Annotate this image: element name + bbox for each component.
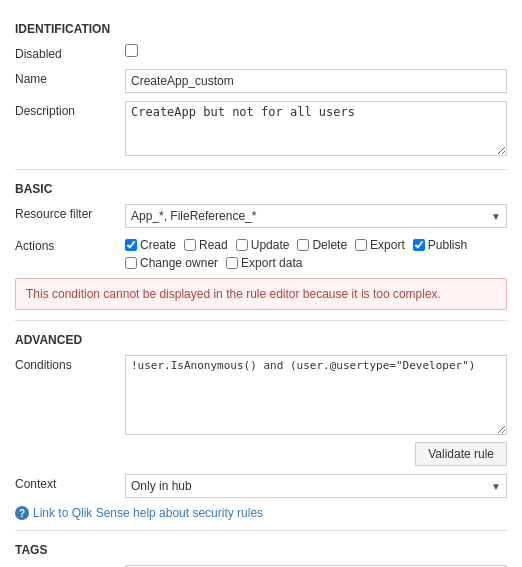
name-row: Name — [15, 69, 507, 93]
validate-rule-button[interactable]: Validate rule — [415, 442, 507, 466]
actions-checkboxes: Create Read Update Delete Export — [125, 236, 507, 270]
help-link-text: Link to Qlik Sense help about security r… — [33, 506, 263, 520]
context-control: Only in hub Both in hub and management c… — [125, 474, 507, 498]
export-data-label: Export data — [241, 256, 302, 270]
action-publish: Publish — [413, 238, 467, 252]
read-label: Read — [199, 238, 228, 252]
export-checkbox[interactable] — [355, 239, 367, 251]
resource-filter-select[interactable]: App_*, FileReference_* — [125, 204, 507, 228]
tags-title: TAGS — [15, 543, 507, 557]
name-label: Name — [15, 69, 125, 86]
delete-label: Delete — [312, 238, 347, 252]
action-update: Update — [236, 238, 290, 252]
create-label: Create — [140, 238, 176, 252]
basic-title: BASIC — [15, 182, 507, 196]
disabled-control — [125, 44, 507, 60]
help-link[interactable]: ? Link to Qlik Sense help about security… — [15, 506, 507, 520]
update-label: Update — [251, 238, 290, 252]
divider-2 — [15, 320, 507, 321]
export-label: Export — [370, 238, 405, 252]
description-label: Description — [15, 101, 125, 118]
resource-filter-control: App_*, FileReference_* — [125, 204, 507, 228]
action-create: Create — [125, 238, 176, 252]
delete-checkbox[interactable] — [297, 239, 309, 251]
read-checkbox[interactable] — [184, 239, 196, 251]
advanced-section: ADVANCED Conditions !user.IsAnonymous() … — [15, 333, 507, 520]
identification-title: IDENTIFICATION — [15, 22, 507, 36]
publish-checkbox[interactable] — [413, 239, 425, 251]
basic-section: BASIC Resource filter App_*, FileReferen… — [15, 182, 507, 310]
action-delete: Delete — [297, 238, 347, 252]
conditions-label: Conditions — [15, 355, 125, 372]
resource-filter-select-wrapper: App_*, FileReference_* — [125, 204, 507, 228]
update-checkbox[interactable] — [236, 239, 248, 251]
disabled-label: Disabled — [15, 44, 125, 61]
disabled-row: Disabled — [15, 44, 507, 61]
action-change-owner: Change owner — [125, 256, 218, 270]
context-row: Context Only in hub Both in hub and mana… — [15, 474, 507, 498]
divider-1 — [15, 169, 507, 170]
identification-section: IDENTIFICATION Disabled Name Description… — [15, 22, 507, 159]
change-owner-label: Change owner — [140, 256, 218, 270]
publish-label: Publish — [428, 238, 467, 252]
action-read: Read — [184, 238, 228, 252]
advanced-title: ADVANCED — [15, 333, 507, 347]
actions-label: Actions — [15, 236, 125, 253]
conditions-control: !user.IsAnonymous() and (user.@usertype=… — [125, 355, 507, 466]
context-select-wrapper: Only in hub Both in hub and management c… — [125, 474, 507, 498]
description-input[interactable]: CreateApp but not for all users — [125, 101, 507, 156]
help-icon: ? — [15, 506, 29, 520]
name-input[interactable] — [125, 69, 507, 93]
name-control — [125, 69, 507, 93]
export-data-checkbox[interactable] — [226, 257, 238, 269]
actions-row: Actions Create Read Update Delete — [15, 236, 507, 270]
disabled-checkbox[interactable] — [125, 44, 138, 57]
actions-control: Create Read Update Delete Export — [125, 236, 507, 270]
conditions-textarea[interactable]: !user.IsAnonymous() and (user.@usertype=… — [125, 355, 507, 435]
conditions-row: Conditions !user.IsAnonymous() and (user… — [15, 355, 507, 466]
action-export: Export — [355, 238, 405, 252]
tags-section: TAGS — [15, 543, 507, 567]
resource-filter-label: Resource filter — [15, 204, 125, 221]
change-owner-checkbox[interactable] — [125, 257, 137, 269]
divider-3 — [15, 530, 507, 531]
warning-box: This condition cannot be displayed in th… — [15, 278, 507, 310]
context-select[interactable]: Only in hub Both in hub and management c… — [125, 474, 507, 498]
description-row: Description CreateApp but not for all us… — [15, 101, 507, 159]
action-export-data: Export data — [226, 256, 302, 270]
description-control: CreateApp but not for all users — [125, 101, 507, 159]
resource-filter-row: Resource filter App_*, FileReference_* — [15, 204, 507, 228]
create-checkbox[interactable] — [125, 239, 137, 251]
context-label: Context — [15, 474, 125, 491]
